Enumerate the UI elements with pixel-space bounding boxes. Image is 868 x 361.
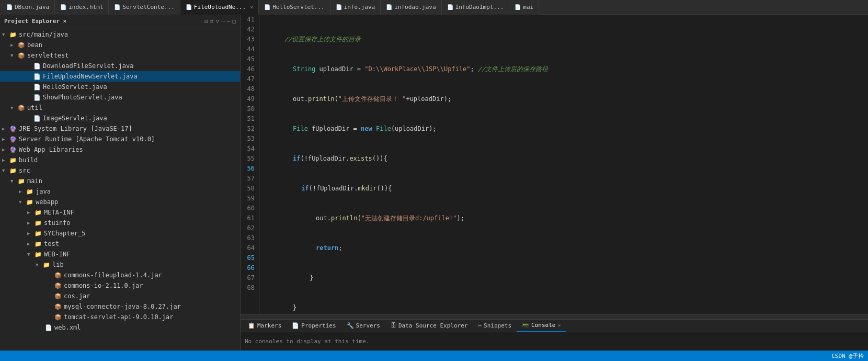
expand-arrow: ▶ bbox=[2, 147, 9, 152]
tree-build[interactable]: ▶ 📁 build bbox=[0, 155, 240, 165]
tree-servlettest[interactable]: ▼ 📦 servlettest bbox=[0, 50, 240, 61]
code-content[interactable]: 41 42 43 44 45 46 47 48 49 50 51 52 53 5… bbox=[241, 15, 868, 314]
tab-label: infodao.java bbox=[394, 4, 436, 10]
main-layout: Project Explorer × ⊟ ⇄ ▽ ⋯ — □ ▼ 📁 src/m… bbox=[0, 15, 868, 351]
tree-webapp[interactable]: ▼ 📁 webapp bbox=[0, 197, 240, 207]
tab-label: index.html bbox=[68, 4, 103, 10]
tab-servers[interactable]: 🔧 Servers bbox=[341, 320, 385, 332]
tab-snippets-label: Snippets bbox=[484, 322, 511, 329]
tree-imageservlet[interactable]: 📄 ImageServlet.java bbox=[0, 113, 240, 123]
tree-node-label: test bbox=[44, 240, 59, 247]
minimize-icon[interactable]: — bbox=[227, 18, 231, 25]
tree-web-xml[interactable]: 📄 web.xml bbox=[0, 322, 240, 333]
tab-properties[interactable]: 📄 Properties bbox=[287, 320, 341, 332]
tree-web-inf[interactable]: ▼ 📁 WEB-INF bbox=[0, 249, 240, 260]
tree-downloadfileservlet[interactable]: 📄 DownloadFileServlet.java bbox=[0, 61, 240, 71]
tree-commons-io[interactable]: 📦 commons-io-2.11.0.jar bbox=[0, 280, 240, 291]
tab-label: FileUploadNe... bbox=[194, 4, 246, 10]
ln-50: 50 bbox=[243, 104, 255, 114]
ln-64: 64 bbox=[243, 243, 255, 253]
close-console-icon[interactable]: ✕ bbox=[557, 322, 561, 328]
tree-main[interactable]: ▼ 📁 main bbox=[0, 176, 240, 186]
link-icon[interactable]: ⇄ bbox=[210, 18, 214, 25]
ln-56: 56 bbox=[243, 164, 255, 174]
tree-commons-fileupload[interactable]: 📦 commons-fileupload-1.4.jar bbox=[0, 270, 240, 280]
tree-node-label: SYChapter_5 bbox=[44, 230, 85, 237]
tree-cos-jar[interactable]: 📦 cos.jar bbox=[0, 291, 240, 301]
tree-java-folder[interactable]: ▶ 📁 java bbox=[0, 186, 240, 197]
tab-infodaoimpl[interactable]: 📄 InfoDaoImpl... bbox=[442, 0, 510, 15]
tree-sychapter5[interactable]: ▶ 📁 SYChapter_5 bbox=[0, 228, 240, 239]
tree-meta-inf[interactable]: ▶ 📁 META-INF bbox=[0, 207, 240, 218]
tree-helloservlet[interactable]: 📄 HelloServlet.java bbox=[0, 82, 240, 92]
tree-node-label: ShowPhotoServlet.java bbox=[43, 94, 122, 101]
folder-icon: 📁 bbox=[26, 188, 33, 195]
tree-bean[interactable]: ▶ 📦 bean bbox=[0, 40, 240, 50]
filter-icon[interactable]: ▽ bbox=[216, 18, 220, 25]
tree-mysql-connector[interactable]: 📦 mysql-connector-java-8.0.27.jar bbox=[0, 301, 240, 312]
tab-infodao[interactable]: 📄 infodao.java bbox=[381, 0, 441, 15]
folder-icon: 📦 bbox=[18, 42, 25, 49]
tree-fileuploadnewservlet[interactable]: 📄 FileUploadNewServlet.java bbox=[0, 71, 240, 82]
tab-infojava[interactable]: 📄 info.java bbox=[330, 0, 381, 15]
properties-icon: 📄 bbox=[292, 322, 299, 329]
tab-helloservlet[interactable]: 📄 HelloServlet... bbox=[259, 0, 330, 15]
folder-icon: 📁 bbox=[18, 178, 25, 185]
tree-node-label: commons-io-2.11.0.jar bbox=[64, 282, 143, 289]
tab-dbcon[interactable]: 📄 DBcon.java bbox=[1, 0, 55, 15]
tab-snippets[interactable]: ✂ Snippets bbox=[473, 320, 517, 332]
folder-icon: 📁 bbox=[35, 241, 42, 247]
tab-label: InfoDaoImpl... bbox=[455, 4, 504, 10]
tab-mai[interactable]: 📄 mai bbox=[509, 0, 539, 15]
expand-arrow: ▶ bbox=[19, 189, 26, 194]
tree-node-label: HelloServlet.java bbox=[43, 83, 107, 91]
java-file-icon: 📄 bbox=[114, 4, 120, 10]
tree-webapp-libs[interactable]: ▶ 🔮 Web App Libraries bbox=[0, 144, 240, 155]
bottom-panel: 📋 Markers 📄 Properties 🔧 Servers 🗄 Data … bbox=[241, 319, 868, 351]
tab-servletconte[interactable]: 📄 ServletConte... bbox=[109, 0, 180, 15]
collapse-icon[interactable]: ⊟ bbox=[204, 18, 208, 25]
close-tab-icon[interactable]: ✕ bbox=[250, 4, 253, 10]
horizontal-scrollbar[interactable] bbox=[241, 314, 868, 319]
expand-arrow: ▼ bbox=[36, 262, 43, 267]
tree-node-label: JRE System Library [JavaSE-17] bbox=[19, 125, 132, 132]
code-line-42: String uploadDir = "D:\\WorkPlace\\JSP\\… bbox=[264, 64, 864, 74]
expand-arrow: ▼ bbox=[27, 252, 35, 257]
bottom-tab-bar: 📋 Markers 📄 Properties 🔧 Servers 🗄 Data … bbox=[241, 320, 868, 332]
editor-tab-bar: 📄 DBcon.java 📄 index.html 📄 ServletConte… bbox=[0, 0, 868, 15]
sidebar-tree: ▼ 📁 src/main/java ▶ 📦 bean ▼ 📦 servlette… bbox=[0, 28, 240, 351]
jar-icon: 📦 bbox=[54, 303, 62, 310]
maximize-icon[interactable]: □ bbox=[232, 18, 236, 25]
tree-src-main-java[interactable]: ▼ 📁 src/main/java bbox=[0, 29, 240, 40]
tree-tomcat-servlet[interactable]: 📦 tomcat-servlet-api-9.0.10.jar bbox=[0, 312, 240, 322]
tree-stuinfo[interactable]: ▶ 📁 stuinfo bbox=[0, 218, 240, 228]
folder-icon: 📁 bbox=[35, 220, 42, 227]
sidebar-header: Project Explorer × ⊟ ⇄ ▽ ⋯ — □ bbox=[0, 15, 240, 28]
tab-datasource[interactable]: 🗄 Data Source Explorer bbox=[385, 320, 473, 332]
tab-fileuploadnew[interactable]: 📄 FileUploadNe... ✕ bbox=[180, 0, 259, 15]
tab-index[interactable]: 📄 index.html bbox=[55, 0, 109, 15]
tree-showphotoservlet[interactable]: 📄 ShowPhotoServlet.java bbox=[0, 92, 240, 103]
snippets-icon: ✂ bbox=[478, 322, 482, 329]
ln-66: 66 bbox=[243, 263, 255, 273]
tree-jre[interactable]: ▶ 🔮 JRE System Library [JavaSE-17] bbox=[0, 123, 240, 134]
tab-console[interactable]: 📟 Console ✕ bbox=[517, 320, 566, 332]
more-icon[interactable]: ⋯ bbox=[221, 18, 225, 25]
tree-lib[interactable]: ▼ 📁 lib bbox=[0, 260, 240, 270]
code-line-49: } bbox=[264, 273, 864, 283]
sidebar-toolbar: ⊟ ⇄ ▽ ⋯ — □ bbox=[204, 18, 236, 25]
expand-arrow: ▼ bbox=[2, 168, 9, 173]
tree-util[interactable]: ▼ 📦 util bbox=[0, 103, 240, 113]
tab-markers[interactable]: 📋 Markers bbox=[243, 320, 287, 332]
tree-test[interactable]: ▶ 📁 test bbox=[0, 239, 240, 249]
ln-44: 44 bbox=[243, 44, 255, 54]
code-text[interactable]: //设置保存上传文件的目录 String uploadDir = "D:\\Wo… bbox=[259, 15, 868, 314]
tree-node-label: Web App Libraries bbox=[19, 146, 83, 153]
code-line-47: out.println("无法创建存储目录d:/upfile!"); bbox=[264, 213, 864, 223]
tree-src[interactable]: ▼ 📁 src bbox=[0, 165, 240, 176]
tree-server-runtime[interactable]: ▶ 🔮 Server Runtime [Apache Tomcat v10.0] bbox=[0, 134, 240, 144]
tree-node-label: ImageServlet.java bbox=[43, 115, 107, 122]
ln-55: 55 bbox=[243, 154, 255, 164]
folder-icon: 📁 bbox=[9, 157, 17, 164]
datasource-icon: 🗄 bbox=[391, 322, 396, 329]
